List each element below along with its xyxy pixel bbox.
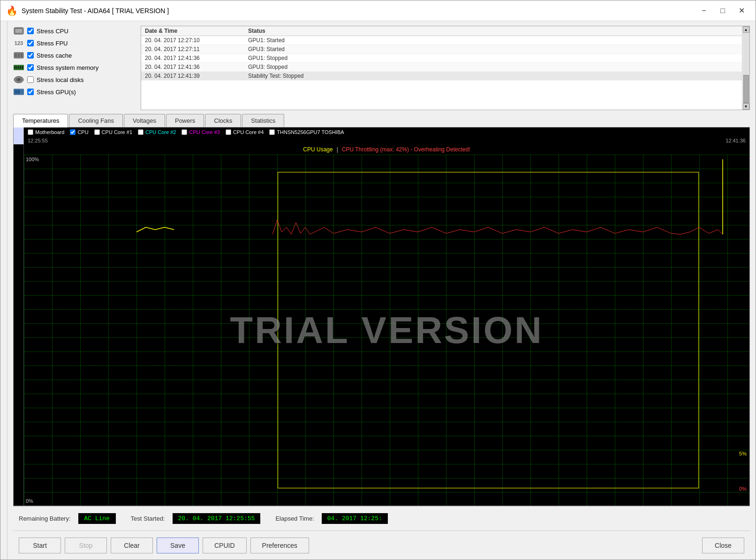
scroll-thumb[interactable] <box>743 75 749 103</box>
cache-icon <box>13 51 24 60</box>
legend-toshiba: THNSN5256GPU7 TOSHIBA <box>269 129 344 135</box>
tab-cooling-fans[interactable]: Cooling Fans <box>69 114 123 127</box>
test-started-value: 20. 04. 2017 12:25:55 <box>173 513 261 524</box>
start-button[interactable]: Start <box>19 538 61 553</box>
cpu-chart-title: CPU Usage | CPU Throttling (max: 42%) - … <box>24 144 749 155</box>
chart-title-sep: | <box>337 146 338 153</box>
window-title: System Stability Test - AIDA64 [ TRIAL V… <box>22 7 169 15</box>
cpu-usage-label: CPU Usage <box>303 146 333 153</box>
log-row: 20. 04. 2017 12:41:36 GPU3: Stopped <box>141 63 742 72</box>
tabs-bar: Temperatures Cooling Fans Voltages Power… <box>13 114 750 127</box>
stress-cache-item: Stress cache <box>13 50 135 60</box>
stress-cache-label: Stress cache <box>37 52 72 59</box>
legend-core3-checkbox[interactable] <box>181 129 187 135</box>
log-content: Date & Time Status 20. 04. 2017 12:27:10… <box>141 26 742 110</box>
ram-icon <box>13 63 24 72</box>
stress-cpu-checkbox[interactable] <box>27 28 34 34</box>
maximize-button[interactable]: □ <box>714 4 731 17</box>
tab-temperatures[interactable]: Temperatures <box>13 114 68 127</box>
title-bar: 🔥 System Stability Test - AIDA64 [ TRIAL… <box>0 0 756 21</box>
tab-powers[interactable]: Powers <box>166 114 204 127</box>
cpu-usage-chart: CPU Usage | CPU Throttling (max: 42%) - … <box>24 144 749 506</box>
cpu-throttle-label: CPU Throttling (max: 42%) - Overheating … <box>342 146 470 153</box>
legend-motherboard: Motherboard <box>28 129 64 135</box>
svg-rect-20 <box>15 90 20 94</box>
log-datetime-3: 20. 04. 2017 12:41:36 <box>145 64 248 70</box>
minimize-button[interactable]: − <box>696 4 712 17</box>
stress-disks-checkbox[interactable] <box>27 76 34 83</box>
stress-cpu-label: Stress CPU <box>37 28 68 35</box>
scroll-down-arrow[interactable]: ▼ <box>743 103 749 110</box>
scroll-track[interactable] <box>743 33 749 103</box>
status-bar: Remaining Battery: AC Line Test Started:… <box>13 506 750 530</box>
stress-gpu-label: Stress GPU(s) <box>37 89 76 96</box>
log-datetime-0: 20. 04. 2017 12:27:10 <box>145 37 248 44</box>
stress-disks-item: Stress local disks <box>13 75 135 85</box>
chart-scroll-indicator <box>14 127 24 144</box>
close-button[interactable]: Close <box>702 538 744 553</box>
scroll-up-arrow[interactable]: ▲ <box>743 26 749 33</box>
legend-cpu: CPU <box>70 129 88 135</box>
charts-section: Motherboard CPU CPU Core #1 <box>13 127 750 506</box>
legend-motherboard-label: Motherboard <box>35 129 64 135</box>
left-sidebar <box>0 21 8 560</box>
legend-core2-checkbox[interactable] <box>138 129 144 135</box>
log-header-row: Date & Time Status <box>141 26 742 36</box>
tab-clocks[interactable]: Clocks <box>205 114 241 127</box>
log-body[interactable]: 20. 04. 2017 12:27:10 GPU1: Started 20. … <box>141 36 742 110</box>
svg-rect-15 <box>22 66 23 69</box>
stress-options-panel: Stress CPU 123 Stress FPU Stress cache <box>13 26 135 110</box>
legend-toshiba-checkbox[interactable] <box>269 129 275 135</box>
legend-core4-checkbox[interactable] <box>226 129 231 135</box>
legend-core4-label: CPU Core #4 <box>233 129 264 135</box>
legend-core3: CPU Core #3 <box>181 129 219 135</box>
stress-memory-checkbox[interactable] <box>27 64 34 71</box>
log-datetime-2: 20. 04. 2017 12:41:36 <box>145 55 248 61</box>
close-window-button[interactable]: ✕ <box>733 4 750 17</box>
legend-motherboard-checkbox[interactable] <box>28 129 33 135</box>
fpu-icon: 123 <box>13 39 24 47</box>
tab-voltages[interactable]: Voltages <box>124 114 165 127</box>
temperature-chart: Motherboard CPU CPU Core #1 <box>24 127 749 144</box>
stress-memory-label: Stress system memory <box>37 64 98 71</box>
legend-cpu-checkbox[interactable] <box>70 129 76 135</box>
chart-legend: Motherboard CPU CPU Core #1 <box>24 127 749 137</box>
svg-rect-8 <box>18 53 20 57</box>
stress-cache-checkbox[interactable] <box>27 52 34 59</box>
save-button[interactable]: Save <box>157 538 199 553</box>
disk-icon <box>13 75 24 84</box>
log-datetime-4: 20. 04. 2017 12:41:39 <box>145 73 248 79</box>
legend-core1-checkbox[interactable] <box>94 129 100 135</box>
log-status-4: Stability Test: Stopped <box>248 73 304 79</box>
log-row: 20. 04. 2017 12:27:11 GPU3: Started <box>141 45 742 54</box>
cpu-usage-line-svg <box>24 155 749 506</box>
tab-statistics[interactable]: Statistics <box>242 114 284 127</box>
legend-core2-label: CPU Core #2 <box>145 129 176 135</box>
legend-cpu-label: CPU <box>77 129 88 135</box>
svg-rect-12 <box>16 66 17 69</box>
svg-rect-1 <box>15 29 22 33</box>
clear-button[interactable]: Clear <box>111 538 153 553</box>
temp-x-axis: 12:25:55 12:41:36 <box>24 137 749 144</box>
legend-core4: CPU Core #4 <box>226 129 264 135</box>
log-header-status: Status <box>248 28 265 34</box>
stress-cpu-item: Stress CPU <box>13 26 135 36</box>
legend-core2: CPU Core #2 <box>138 129 176 135</box>
bottom-chart-row: CPU Usage | CPU Throttling (max: 42%) - … <box>14 144 749 506</box>
battery-label: Remaining Battery: <box>19 515 71 522</box>
svg-rect-23 <box>278 172 698 488</box>
top-section: Stress CPU 123 Stress FPU Stress cache <box>13 26 750 110</box>
cpu-icon <box>13 27 24 35</box>
log-scrollbar[interactable]: ▲ ▼ <box>742 26 749 110</box>
stress-memory-item: Stress system memory <box>13 62 135 73</box>
stop-button[interactable]: Stop <box>65 538 107 553</box>
main-content-panel: Stress CPU 123 Stress FPU Stress cache <box>8 21 756 560</box>
stress-fpu-checkbox[interactable] <box>27 40 34 46</box>
stress-fpu-label: Stress FPU <box>37 40 68 47</box>
cpuid-button[interactable]: CPUID <box>203 538 247 553</box>
svg-rect-21 <box>21 90 23 93</box>
preferences-button[interactable]: Preferences <box>250 538 309 553</box>
bottom-right-buttons: Close <box>702 538 744 553</box>
bottom-left-buttons: Start Stop Clear Save CPUID Preferences <box>19 538 309 553</box>
stress-gpu-checkbox[interactable] <box>27 89 34 95</box>
